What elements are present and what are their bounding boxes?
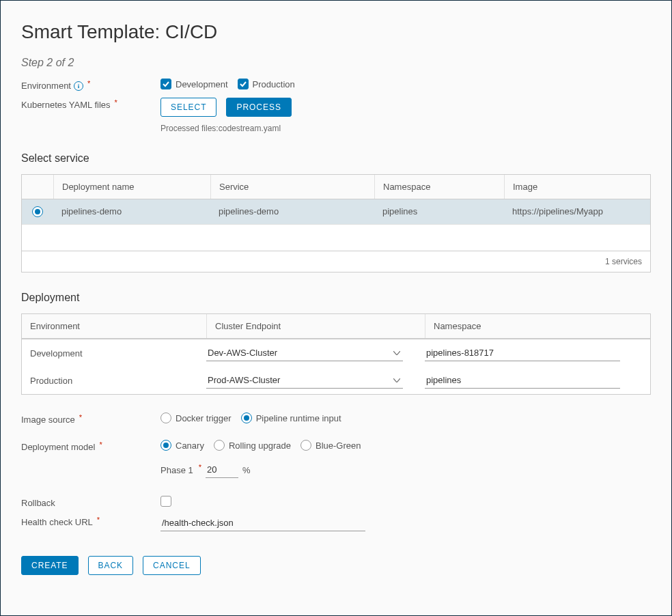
health-url-label: Health check URL * [21, 515, 160, 527]
service-row[interactable]: pipelines-demo pipelines-demo pipelines … [22, 199, 650, 225]
model-canary-radio[interactable]: Canary [160, 440, 204, 451]
info-icon[interactable]: i [74, 81, 83, 91]
step-indicator: Step 2 of 2 [21, 57, 651, 69]
service-table-footer: 1 services [22, 251, 650, 272]
smart-template-form: Smart Template: CI/CD Step 2 of 2 Enviro… [0, 0, 672, 616]
create-button[interactable]: CREATE [21, 556, 79, 575]
image-source-docker-radio[interactable]: Docker trigger [160, 412, 232, 423]
model-rolling-radio[interactable]: Rolling upgrade [214, 440, 291, 451]
select-button[interactable]: SELECT [160, 98, 216, 117]
cluster-endpoint-select[interactable]: Dev-AWS-Cluster [206, 345, 403, 361]
env-production-checkbox[interactable]: Production [238, 79, 295, 89]
model-bluegreen-label: Blue-Green [316, 440, 361, 451]
col-image: Image [504, 175, 650, 199]
model-rolling-label: Rolling upgrade [229, 440, 291, 451]
rollback-label: Rollback [21, 496, 160, 508]
cell-image: https://pipelines/Myapp [504, 199, 650, 224]
dep-env: Development [22, 348, 206, 359]
image-source-docker-label: Docker trigger [176, 413, 232, 423]
deployment-row: Development Dev-AWS-Cluster [22, 339, 650, 367]
page-title: Smart Template: CI/CD [21, 21, 651, 43]
footer-buttons: CREATE BACK CANCEL [21, 556, 651, 575]
cell-deployment: pipelines-demo [53, 199, 210, 224]
service-table-header: Deployment name Service Namespace Image [22, 175, 650, 199]
deployment-row: Production Prod-AWS-Cluster [22, 367, 650, 394]
col-cluster: Cluster Endpoint [206, 314, 425, 338]
model-bluegreen-radio[interactable]: Blue-Green [300, 440, 361, 451]
required-marker: * [97, 516, 100, 524]
deployment-table: Environment Cluster Endpoint Namespace D… [21, 313, 651, 395]
cell-namespace: pipelines [374, 199, 504, 224]
deployment-model-label: Deployment model * [21, 440, 160, 452]
phase-row: Phase 1 * % [160, 462, 651, 478]
image-source-runtime-label: Pipeline runtime input [256, 413, 341, 423]
environment-label: Environment i * [21, 79, 160, 91]
yaml-row: Kubernetes YAML files * SELECT PROCESS [21, 98, 651, 117]
col-deployment-name: Deployment name [53, 175, 210, 199]
required-marker: * [115, 98, 117, 107]
cluster-endpoint-select[interactable]: Prod-AWS-Cluster [206, 372, 403, 389]
process-button[interactable]: PROCESS [226, 98, 291, 117]
required-marker: * [99, 440, 102, 449]
required-marker: * [79, 413, 82, 421]
cell-service: pipelines-demo [210, 199, 374, 224]
col-environment: Environment [22, 314, 206, 338]
namespace-input[interactable] [425, 372, 620, 389]
required-marker: * [87, 79, 90, 87]
health-url-input[interactable] [160, 515, 365, 531]
image-source-label: Image source * [21, 412, 160, 425]
env-development-label: Development [176, 79, 228, 89]
yaml-label: Kubernetes YAML files * [21, 98, 160, 110]
namespace-input[interactable] [425, 345, 620, 361]
model-canary-label: Canary [176, 440, 204, 451]
phase-percent-input[interactable] [206, 462, 238, 478]
cancel-button[interactable]: CANCEL [143, 556, 200, 575]
back-button[interactable]: BACK [88, 556, 134, 575]
service-row-radio[interactable] [32, 206, 43, 217]
percent-label: % [242, 465, 251, 475]
env-development-checkbox[interactable]: Development [160, 79, 228, 89]
col-namespace: Namespace [374, 175, 504, 199]
environment-row: Environment i * Development Production [21, 79, 651, 91]
phase-label: Phase 1 [160, 465, 193, 475]
processed-files-text: Processed files:codestream.yaml [160, 124, 651, 133]
select-service-heading: Select service [21, 152, 651, 165]
col-dep-namespace: Namespace [425, 314, 650, 338]
service-table: Deployment name Service Namespace Image … [21, 174, 651, 272]
rollback-row: Rollback [21, 496, 651, 508]
deployment-model-row: Deployment model * Canary Rolling upgrad… [21, 440, 651, 452]
dep-env: Production [22, 376, 206, 386]
image-source-runtime-radio[interactable]: Pipeline runtime input [241, 412, 341, 423]
health-url-row: Health check URL * [21, 515, 651, 531]
env-production-label: Production [253, 79, 295, 89]
required-marker: * [199, 463, 201, 471]
deployment-heading: Deployment [21, 292, 651, 304]
rollback-checkbox[interactable] [160, 496, 171, 507]
image-source-row: Image source * Docker trigger Pipeline r… [21, 412, 651, 425]
col-service: Service [210, 175, 374, 199]
